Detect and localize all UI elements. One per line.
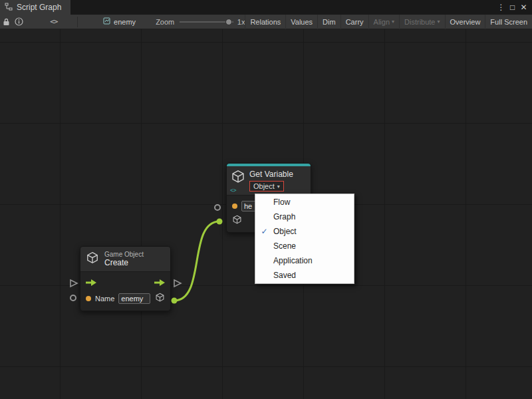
menu-item-object[interactable]: ✓ Object: [255, 224, 354, 239]
code-editor-icon[interactable]: <>: [47, 15, 60, 29]
toolbar-separator: [77, 17, 78, 27]
name-port-label: Name: [95, 295, 114, 303]
relations-button[interactable]: Relations: [245, 15, 285, 29]
overview-button[interactable]: Overview: [445, 15, 485, 29]
variable-name-port[interactable]: [214, 204, 221, 211]
variable-code-glyph: <>: [230, 188, 237, 194]
node-title: Get Variable: [249, 170, 293, 179]
align-button[interactable]: Align▾: [368, 15, 399, 29]
graph-canvas[interactable]: <> Get Variable Object ▾: [0, 29, 532, 399]
flow-input-port[interactable]: [69, 279, 78, 291]
gameobject-cube-icon: [86, 251, 99, 267]
graph-name: enemy: [114, 18, 136, 26]
carry-button[interactable]: Carry: [340, 15, 368, 29]
menu-item-graph[interactable]: Graph: [255, 209, 354, 224]
window-menu-icon[interactable]: ⋮: [495, 0, 507, 15]
gameobject-output-cube-icon[interactable]: [155, 293, 165, 305]
check-icon: ✓: [255, 227, 273, 236]
flow-input-arrow-icon[interactable]: [85, 277, 97, 289]
toolbar: <> enemy Zoom 1x Relations Values Dim Ca…: [0, 15, 532, 29]
graph-breadcrumb[interactable]: enemy: [103, 17, 136, 26]
node-subtitle: Game Object: [104, 251, 144, 258]
graph-asset-icon: [103, 17, 110, 26]
titlebar: Script Graph ⋮ □ ✕: [0, 0, 532, 15]
variable-scope-dropdown[interactable]: Object ▾: [249, 181, 284, 192]
get-variable-header: <> Get Variable Object ▾: [227, 166, 311, 195]
flow-output-arrow-icon[interactable]: [154, 277, 166, 289]
lock-icon[interactable]: [0, 15, 13, 29]
name-port-dot[interactable]: [86, 296, 91, 301]
toolbar-buttons: Relations Values Dim Carry Align▾ Distri…: [245, 15, 532, 29]
distribute-button[interactable]: Distribute▾: [399, 15, 444, 29]
values-button[interactable]: Values: [285, 15, 317, 29]
chevron-down-icon: ▾: [392, 19, 394, 25]
tab-script-graph[interactable]: Script Graph: [0, 0, 70, 15]
zoom-slider[interactable]: [180, 15, 233, 29]
close-icon[interactable]: ✕: [518, 0, 529, 15]
variable-cube-icon: <>: [231, 170, 245, 192]
menu-item-application[interactable]: Application: [255, 253, 354, 268]
dim-button[interactable]: Dim: [317, 15, 340, 29]
tab-label: Script Graph: [17, 3, 61, 12]
name-input[interactable]: [118, 293, 150, 304]
menu-item-scene[interactable]: Scene: [255, 239, 354, 253]
script-graph-icon: [5, 3, 13, 13]
chevron-down-icon: ▾: [277, 184, 280, 190]
name-input-port[interactable]: [70, 295, 76, 301]
create-node-header: Game Object Create: [80, 247, 170, 271]
zoom-value: 1x: [237, 18, 245, 26]
node-title: Create: [104, 258, 144, 267]
zoom-label: Zoom: [156, 18, 174, 26]
value-port-dot[interactable]: [232, 203, 237, 209]
flow-output-port[interactable]: [173, 279, 182, 291]
chevron-down-icon: ▾: [438, 19, 440, 25]
scope-menu: Flow Graph ✓ Object Scene Application Sa…: [255, 194, 354, 284]
window-controls: ⋮ □ ✕: [495, 0, 532, 15]
full-screen-button[interactable]: Full Screen: [485, 15, 532, 29]
info-icon[interactable]: [13, 15, 25, 29]
menu-item-flow[interactable]: Flow: [255, 195, 354, 209]
gameobject-port-cube-icon[interactable]: [232, 215, 242, 227]
zoom-slider-knob[interactable]: [225, 19, 232, 25]
menu-item-saved[interactable]: Saved: [255, 268, 354, 283]
create-node[interactable]: Game Object Create Name: [80, 246, 171, 311]
create-node-body: Name: [80, 271, 170, 311]
maximize-icon[interactable]: □: [507, 0, 518, 15]
script-graph-window: Script Graph ⋮ □ ✕ <> enemy Zoom 1x: [0, 0, 532, 399]
